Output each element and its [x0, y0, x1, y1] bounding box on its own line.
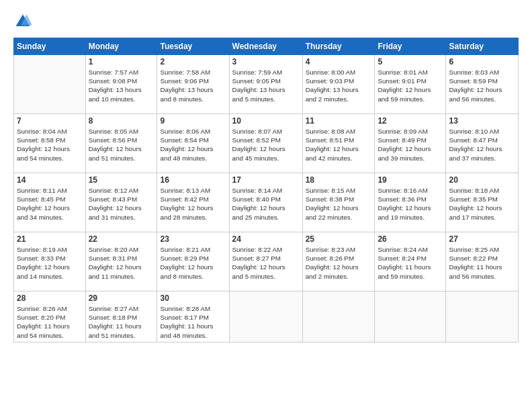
calendar-cell: 21Sunrise: 8:19 AM Sunset: 8:33 PM Dayli… [14, 232, 86, 291]
day-number: 30 [160, 293, 226, 303]
calendar: SundayMondayTuesdayWednesdayThursdayFrid… [13, 38, 519, 342]
cell-info: Sunrise: 8:25 AM Sunset: 8:22 PM Dayligh… [449, 245, 515, 281]
week-row-4: 28Sunrise: 8:26 AM Sunset: 8:20 PM Dayli… [14, 291, 519, 342]
calendar-cell: 20Sunrise: 8:18 AM Sunset: 8:35 PM Dayli… [446, 173, 519, 232]
day-number: 21 [17, 234, 83, 244]
header-cell-monday: Monday [85, 38, 157, 55]
calendar-cell: 24Sunrise: 8:22 AM Sunset: 8:27 PM Dayli… [229, 232, 302, 291]
day-number: 3 [232, 57, 300, 66]
week-row-3: 21Sunrise: 8:19 AM Sunset: 8:33 PM Dayli… [14, 232, 519, 291]
calendar-cell: 29Sunrise: 8:27 AM Sunset: 8:18 PM Dayli… [85, 291, 157, 342]
calendar-cell: 7Sunrise: 8:04 AM Sunset: 8:58 PM Daylig… [14, 114, 86, 173]
cell-info: Sunrise: 8:27 AM Sunset: 8:18 PM Dayligh… [89, 304, 154, 340]
cell-info: Sunrise: 8:15 AM Sunset: 8:38 PM Dayligh… [306, 186, 372, 222]
calendar-cell: 22Sunrise: 8:20 AM Sunset: 8:31 PM Dayli… [85, 232, 157, 291]
calendar-cell [375, 291, 446, 342]
calendar-cell: 30Sunrise: 8:28 AM Sunset: 8:17 PM Dayli… [157, 291, 229, 342]
day-number: 22 [89, 234, 154, 244]
page: SundayMondayTuesdayWednesdayThursdayFrid… [0, 0, 532, 411]
cell-info: Sunrise: 8:14 AM Sunset: 8:40 PM Dayligh… [232, 186, 300, 222]
cell-info: Sunrise: 8:00 AM Sunset: 9:03 PM Dayligh… [306, 68, 372, 103]
day-number: 1 [89, 57, 154, 66]
calendar-cell: 13Sunrise: 8:10 AM Sunset: 8:47 PM Dayli… [446, 114, 519, 173]
calendar-cell: 11Sunrise: 8:08 AM Sunset: 8:51 PM Dayli… [302, 114, 375, 173]
calendar-cell [14, 55, 86, 114]
day-number: 12 [378, 116, 443, 126]
day-number: 23 [160, 234, 226, 244]
cell-info: Sunrise: 8:13 AM Sunset: 8:42 PM Dayligh… [160, 186, 226, 222]
cell-info: Sunrise: 8:06 AM Sunset: 8:54 PM Dayligh… [160, 127, 226, 163]
header [13, 12, 519, 31]
day-number: 8 [89, 116, 154, 126]
cell-info: Sunrise: 7:59 AM Sunset: 9:05 PM Dayligh… [232, 68, 300, 103]
calendar-cell: 28Sunrise: 8:26 AM Sunset: 8:20 PM Dayli… [14, 291, 86, 342]
day-number: 15 [89, 175, 154, 185]
header-cell-sunday: Sunday [14, 38, 86, 55]
calendar-cell: 8Sunrise: 8:05 AM Sunset: 8:56 PM Daylig… [85, 114, 157, 173]
week-row-2: 14Sunrise: 8:11 AM Sunset: 8:45 PM Dayli… [14, 173, 519, 232]
cell-info: Sunrise: 8:22 AM Sunset: 8:27 PM Dayligh… [232, 245, 300, 281]
day-number: 14 [17, 175, 83, 185]
day-number: 20 [449, 175, 515, 185]
cell-info: Sunrise: 8:05 AM Sunset: 8:56 PM Dayligh… [89, 127, 154, 163]
cell-info: Sunrise: 8:10 AM Sunset: 8:47 PM Dayligh… [449, 127, 515, 163]
day-number: 26 [378, 234, 443, 244]
week-row-1: 7Sunrise: 8:04 AM Sunset: 8:58 PM Daylig… [14, 114, 519, 173]
header-cell-tuesday: Tuesday [157, 38, 229, 55]
calendar-cell: 4Sunrise: 8:00 AM Sunset: 9:03 PM Daylig… [302, 55, 375, 114]
day-number: 17 [232, 175, 300, 185]
day-number: 6 [449, 57, 515, 66]
calendar-cell [446, 291, 519, 342]
calendar-header: SundayMondayTuesdayWednesdayThursdayFrid… [14, 38, 519, 55]
cell-info: Sunrise: 8:21 AM Sunset: 8:29 PM Dayligh… [160, 245, 226, 281]
calendar-cell: 5Sunrise: 8:01 AM Sunset: 9:01 PM Daylig… [375, 55, 446, 114]
calendar-cell: 17Sunrise: 8:14 AM Sunset: 8:40 PM Dayli… [229, 173, 302, 232]
calendar-cell: 2Sunrise: 7:58 AM Sunset: 9:06 PM Daylig… [157, 55, 229, 114]
calendar-cell: 3Sunrise: 7:59 AM Sunset: 9:05 PM Daylig… [229, 55, 302, 114]
header-row: SundayMondayTuesdayWednesdayThursdayFrid… [14, 38, 519, 55]
cell-info: Sunrise: 8:11 AM Sunset: 8:45 PM Dayligh… [17, 186, 83, 222]
day-number: 19 [378, 175, 443, 185]
logo-icon [13, 12, 32, 31]
logo [13, 12, 34, 31]
day-number: 27 [449, 234, 515, 244]
header-cell-friday: Friday [375, 38, 446, 55]
cell-info: Sunrise: 8:28 AM Sunset: 8:17 PM Dayligh… [160, 304, 226, 340]
cell-info: Sunrise: 8:20 AM Sunset: 8:31 PM Dayligh… [89, 245, 154, 281]
day-number: 7 [17, 116, 83, 126]
calendar-cell: 10Sunrise: 8:07 AM Sunset: 8:52 PM Dayli… [229, 114, 302, 173]
cell-info: Sunrise: 7:58 AM Sunset: 9:06 PM Dayligh… [160, 68, 226, 103]
cell-info: Sunrise: 8:01 AM Sunset: 9:01 PM Dayligh… [378, 68, 443, 103]
week-row-0: 1Sunrise: 7:57 AM Sunset: 9:08 PM Daylig… [14, 55, 519, 114]
day-number: 11 [306, 116, 372, 126]
calendar-cell: 18Sunrise: 8:15 AM Sunset: 8:38 PM Dayli… [302, 173, 375, 232]
cell-info: Sunrise: 8:07 AM Sunset: 8:52 PM Dayligh… [232, 127, 300, 163]
day-number: 18 [306, 175, 372, 185]
day-number: 5 [378, 57, 443, 66]
header-cell-saturday: Saturday [446, 38, 519, 55]
cell-info: Sunrise: 8:04 AM Sunset: 8:58 PM Dayligh… [17, 127, 83, 163]
cell-info: Sunrise: 8:26 AM Sunset: 8:20 PM Dayligh… [17, 304, 83, 340]
calendar-cell: 12Sunrise: 8:09 AM Sunset: 8:49 PM Dayli… [375, 114, 446, 173]
day-number: 4 [306, 57, 372, 66]
day-number: 2 [160, 57, 226, 66]
day-number: 16 [160, 175, 226, 185]
cell-info: Sunrise: 8:16 AM Sunset: 8:36 PM Dayligh… [378, 186, 443, 222]
day-number: 28 [17, 293, 83, 303]
day-number: 10 [232, 116, 300, 126]
calendar-cell: 27Sunrise: 8:25 AM Sunset: 8:22 PM Dayli… [446, 232, 519, 291]
cell-info: Sunrise: 8:08 AM Sunset: 8:51 PM Dayligh… [306, 127, 372, 163]
calendar-cell: 9Sunrise: 8:06 AM Sunset: 8:54 PM Daylig… [157, 114, 229, 173]
calendar-cell: 25Sunrise: 8:23 AM Sunset: 8:26 PM Dayli… [302, 232, 375, 291]
calendar-cell: 26Sunrise: 8:24 AM Sunset: 8:24 PM Dayli… [375, 232, 446, 291]
calendar-body: 1Sunrise: 7:57 AM Sunset: 9:08 PM Daylig… [14, 55, 519, 342]
cell-info: Sunrise: 8:18 AM Sunset: 8:35 PM Dayligh… [449, 186, 515, 222]
calendar-cell: 15Sunrise: 8:12 AM Sunset: 8:43 PM Dayli… [85, 173, 157, 232]
cell-info: Sunrise: 8:23 AM Sunset: 8:26 PM Dayligh… [306, 245, 372, 281]
cell-info: Sunrise: 8:09 AM Sunset: 8:49 PM Dayligh… [378, 127, 443, 163]
calendar-cell: 23Sunrise: 8:21 AM Sunset: 8:29 PM Dayli… [157, 232, 229, 291]
day-number: 9 [160, 116, 226, 126]
day-number: 24 [232, 234, 300, 244]
calendar-cell: 19Sunrise: 8:16 AM Sunset: 8:36 PM Dayli… [375, 173, 446, 232]
day-number: 29 [89, 293, 154, 303]
